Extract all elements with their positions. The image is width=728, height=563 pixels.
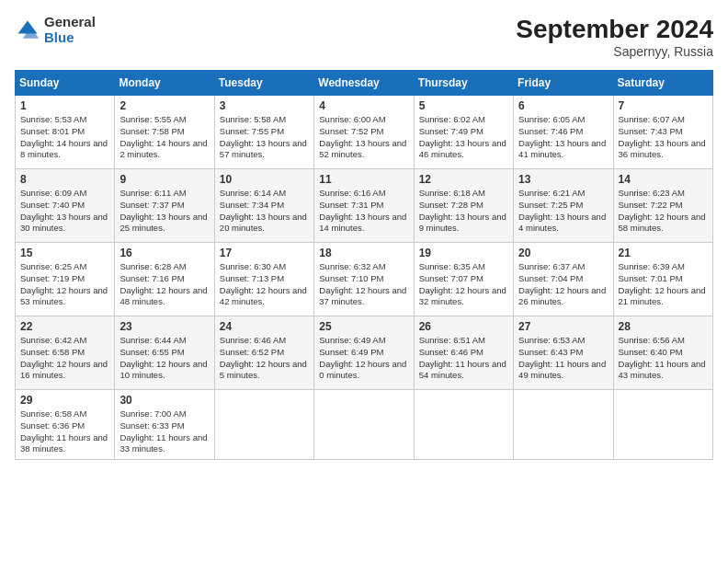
logo-icon [15,17,40,43]
day-number: 10 [220,173,309,186]
day-info: Sunrise: 6:39 AM Sunset: 7:01 PM Dayligh… [619,261,708,308]
day-number: 14 [619,173,708,186]
sunset-label: Sunset: 8:01 PM [20,126,85,136]
daylight-label: Daylight: 12 hours and 32 minutes. [419,285,506,307]
empty-cell [414,390,513,460]
daylight-label: Daylight: 12 hours and 58 minutes. [619,212,706,234]
calendar-day-cell: 14 Sunrise: 6:23 AM Sunset: 7:22 PM Dayl… [613,169,712,243]
daylight-label: Daylight: 13 hours and 36 minutes. [619,138,706,160]
sunrise-label: Sunrise: 5:55 AM [119,114,186,124]
calendar-day-cell: 13 Sunrise: 6:21 AM Sunset: 7:25 PM Dayl… [514,169,613,243]
empty-cell [314,390,414,460]
sunset-label: Sunset: 6:49 PM [319,347,383,357]
daylight-label: Daylight: 13 hours and 30 minutes. [20,212,108,234]
weekday-header: Monday [115,71,214,96]
sunset-label: Sunset: 7:01 PM [619,273,683,283]
daylight-label: Daylight: 11 hours and 43 minutes. [619,359,706,381]
daylight-label: Daylight: 13 hours and 41 minutes. [518,138,606,160]
day-info: Sunrise: 6:37 AM Sunset: 7:04 PM Dayligh… [518,261,608,308]
sunrise-label: Sunrise: 6:58 AM [20,408,86,419]
sunset-label: Sunset: 6:55 PM [119,347,184,357]
day-info: Sunrise: 6:30 AM Sunset: 7:13 PM Dayligh… [220,261,309,308]
day-info: Sunrise: 6:35 AM Sunset: 7:07 PM Dayligh… [419,261,508,308]
logo-blue: Blue [44,30,96,46]
day-number: 16 [119,247,209,259]
title-block: September 2024 Sapernyy, Russia [516,15,713,59]
daylight-label: Daylight: 11 hours and 38 minutes. [20,432,108,454]
sunrise-label: Sunrise: 6:02 AM [419,114,485,124]
day-info: Sunrise: 5:55 AM Sunset: 7:58 PM Dayligh… [119,114,209,161]
calendar-day-cell: 23 Sunrise: 6:44 AM Sunset: 6:55 PM Dayl… [115,316,214,390]
daylight-label: Daylight: 12 hours and 37 minutes. [319,285,406,307]
day-number: 27 [518,320,608,333]
sunset-label: Sunset: 7:25 PM [518,200,583,210]
daylight-label: Daylight: 14 hours and 8 minutes. [20,138,108,160]
day-number: 19 [419,247,508,259]
day-info: Sunrise: 6:09 AM Sunset: 7:40 PM Dayligh… [20,188,109,235]
calendar-day-cell: 4 Sunrise: 6:00 AM Sunset: 7:52 PM Dayli… [314,96,414,169]
day-info: Sunrise: 6:58 AM Sunset: 6:36 PM Dayligh… [20,408,109,455]
daylight-label: Daylight: 12 hours and 26 minutes. [518,285,606,307]
sunrise-label: Sunrise: 6:11 AM [119,188,186,198]
calendar-day-cell: 26 Sunrise: 6:51 AM Sunset: 6:46 PM Dayl… [414,316,513,390]
daylight-label: Daylight: 11 hours and 33 minutes. [119,432,207,454]
daylight-label: Daylight: 13 hours and 4 minutes. [518,212,606,234]
day-info: Sunrise: 6:56 AM Sunset: 6:40 PM Dayligh… [619,335,708,382]
weekday-header: Tuesday [214,71,313,96]
sunset-label: Sunset: 7:22 PM [619,200,683,210]
sunset-label: Sunset: 6:58 PM [20,347,85,357]
sunrise-label: Sunrise: 6:44 AM [119,335,186,345]
calendar-week-row: 1 Sunrise: 5:53 AM Sunset: 8:01 PM Dayli… [16,96,713,169]
logo-text: General Blue [44,15,96,45]
calendar-week-row: 15 Sunrise: 6:25 AM Sunset: 7:19 PM Dayl… [16,243,713,316]
day-info: Sunrise: 6:00 AM Sunset: 7:52 PM Dayligh… [319,114,408,161]
daylight-label: Daylight: 13 hours and 20 minutes. [220,212,307,234]
calendar-week-row: 22 Sunrise: 6:42 AM Sunset: 6:58 PM Dayl… [16,316,713,390]
sunrise-label: Sunrise: 7:00 AM [119,408,186,419]
sunset-label: Sunset: 7:55 PM [220,126,284,136]
day-number: 1 [20,99,109,112]
day-info: Sunrise: 6:28 AM Sunset: 7:16 PM Dayligh… [119,261,209,308]
calendar-day-cell: 29 Sunrise: 6:58 AM Sunset: 6:36 PM Dayl… [16,390,115,460]
sunset-label: Sunset: 7:16 PM [119,273,184,283]
daylight-label: Daylight: 13 hours and 9 minutes. [419,212,506,234]
sunset-label: Sunset: 7:52 PM [319,126,383,136]
sunset-label: Sunset: 7:19 PM [20,273,85,283]
calendar-day-cell: 24 Sunrise: 6:46 AM Sunset: 6:52 PM Dayl… [214,316,313,390]
day-number: 5 [419,99,508,112]
day-number: 26 [419,320,508,333]
sunset-label: Sunset: 7:49 PM [419,126,483,136]
sunset-label: Sunset: 7:43 PM [619,126,683,136]
day-number: 11 [319,173,408,186]
calendar-day-cell: 25 Sunrise: 6:49 AM Sunset: 6:49 PM Dayl… [314,316,414,390]
day-info: Sunrise: 6:16 AM Sunset: 7:31 PM Dayligh… [319,188,408,235]
sunset-label: Sunset: 6:36 PM [20,420,85,431]
calendar-day-cell: 22 Sunrise: 6:42 AM Sunset: 6:58 PM Dayl… [16,316,115,390]
sunrise-label: Sunrise: 6:23 AM [619,188,685,198]
day-info: Sunrise: 6:23 AM Sunset: 7:22 PM Dayligh… [619,188,708,235]
day-number: 18 [319,247,408,259]
empty-cell [214,390,313,460]
day-info: Sunrise: 6:46 AM Sunset: 6:52 PM Dayligh… [220,335,309,382]
sunrise-label: Sunrise: 6:05 AM [518,114,585,124]
day-number: 6 [518,99,608,112]
daylight-label: Daylight: 12 hours and 42 minutes. [220,285,307,307]
logo-general: General [44,15,96,30]
day-number: 23 [119,320,209,333]
month-title: September 2024 [516,15,713,44]
calendar-table: SundayMondayTuesdayWednesdayThursdayFrid… [15,70,713,460]
calendar-day-cell: 21 Sunrise: 6:39 AM Sunset: 7:01 PM Dayl… [613,243,712,316]
day-number: 30 [119,394,209,407]
calendar-day-cell: 18 Sunrise: 6:32 AM Sunset: 7:10 PM Dayl… [314,243,414,316]
sunset-label: Sunset: 7:31 PM [319,200,383,210]
day-info: Sunrise: 5:58 AM Sunset: 7:55 PM Dayligh… [220,114,309,161]
calendar-day-cell: 16 Sunrise: 6:28 AM Sunset: 7:16 PM Dayl… [115,243,214,316]
sunrise-label: Sunrise: 6:35 AM [419,261,485,271]
location-subtitle: Sapernyy, Russia [516,44,713,59]
daylight-label: Daylight: 14 hours and 2 minutes. [119,138,207,160]
weekday-header: Thursday [414,71,513,96]
calendar-day-cell: 6 Sunrise: 6:05 AM Sunset: 7:46 PM Dayli… [514,96,613,169]
day-info: Sunrise: 6:07 AM Sunset: 7:43 PM Dayligh… [619,114,708,161]
sunset-label: Sunset: 7:13 PM [220,273,284,283]
sunrise-label: Sunrise: 6:32 AM [319,261,385,271]
